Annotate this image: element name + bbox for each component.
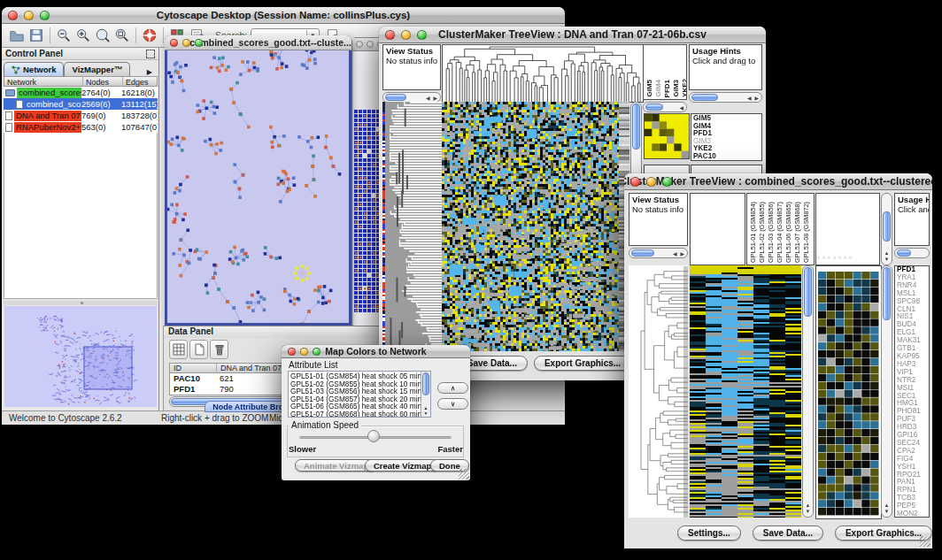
tab-network[interactable]: Network [4, 62, 64, 76]
scrollbar-thumb[interactable] [385, 94, 406, 101]
global-heatmap[interactable] [690, 265, 801, 518]
cytoscape-titlebar[interactable]: Cytoscape Desktop (Session Name: collins… [2, 7, 565, 24]
tab-vizmapper[interactable]: VizMapper™ [64, 62, 130, 76]
create-vizmap-button[interactable]: Create Vizmap [365, 459, 440, 472]
column-label[interactable]: GPL51-02 (GSM855) [758, 202, 766, 263]
new-attribute-icon[interactable] [189, 340, 208, 359]
network-frame-titlebar[interactable]: combined_scores_good.txt--cluste... [165, 35, 351, 50]
gene-label[interactable]: MON2 [897, 510, 929, 518]
usage-hints-scrollbar[interactable] [894, 248, 930, 258]
save-data-button[interactable]: Save Data... [753, 525, 823, 541]
open-session-icon[interactable] [7, 26, 27, 45]
array-dendrogram[interactable] [442, 44, 644, 103]
column-label[interactable]: GPL51-01 (GSM854) [749, 202, 757, 263]
network-nodes: 769(0) [81, 110, 121, 121]
zoom-header-vscrollbar[interactable]: ▲▼ [881, 193, 892, 265]
close-icon[interactable] [356, 41, 363, 48]
network-edges: 107847(0) [121, 121, 158, 133]
network-overview-panel[interactable] [4, 306, 157, 407]
column-labels-scrollbar[interactable]: ◀ [643, 102, 687, 112]
heatmap-column-labels: GIM5GIM4PFD1GIM3YKE2PAC10 [643, 44, 687, 100]
gene-label[interactable]: PAC10 [693, 153, 761, 161]
dialog-titlebar[interactable]: Map Colors to Network [282, 345, 470, 358]
minimize-button[interactable] [24, 11, 34, 20]
scrollbar-thumb[interactable] [897, 249, 911, 257]
minimize-icon[interactable] [367, 41, 374, 48]
export-graphics-button[interactable]: Export Graphics... [534, 356, 631, 371]
scrollbar-thumb[interactable] [883, 211, 891, 242]
minimize-button[interactable] [300, 348, 308, 356]
attribute-item[interactable]: GPL51-07 (GSM868) heat shock 60 min [290, 410, 420, 418]
zoom-window-button[interactable] [40, 11, 50, 20]
minimize-icon[interactable] [182, 39, 190, 47]
column-label[interactable]: GPL51-06 (GSM865) [784, 202, 792, 263]
data-panel-toolbar [169, 340, 228, 359]
scrollbar-thumb[interactable] [645, 104, 663, 111]
zoom-heatmap-yellow[interactable] [644, 113, 690, 159]
network-list-empty-area[interactable] [4, 133, 158, 299]
close-icon[interactable] [170, 39, 178, 47]
network-row[interactable]: DNA and Tran 07769(0)183728(0) [4, 110, 158, 121]
column-label[interactable]: GPL51-08 (GSM872) [802, 202, 810, 263]
move-down-button[interactable]: ∨ [437, 398, 468, 410]
column-label[interactable]: GIM3 [672, 80, 680, 97]
network-name-cell: combined_sco [4, 98, 81, 110]
column-label[interactable]: GPL51-03 (GSM856) [767, 202, 775, 263]
export-graphics-button[interactable]: Export Graphics... [835, 525, 932, 541]
attribute-list[interactable]: GPL51-01 (GSM854) heat shock 05 minGPL51… [288, 371, 431, 418]
scrollbar-thumb[interactable] [631, 249, 654, 257]
network-row[interactable]: combined_sco2569(6)13112(15) [4, 98, 158, 110]
column-label[interactable]: GIM5 [645, 80, 653, 97]
view-status-scrollbar[interactable]: ◀ ▶ [629, 248, 688, 258]
move-up-button[interactable]: ∧ [437, 382, 468, 394]
zoom-fit-icon[interactable] [93, 26, 112, 45]
heatmap-vscrollbar[interactable]: ▲▼ [802, 265, 814, 518]
network-row[interactable]: combined_scores2764(0)16218(0) [4, 87, 158, 98]
column-label[interactable]: GPL51-07 (GSM868) [793, 202, 801, 263]
animation-speed-label: Animation Speed [289, 420, 361, 430]
zoom-out-icon[interactable] [54, 26, 73, 45]
delete-attribute-icon[interactable] [210, 340, 228, 359]
attribute-list-scrollbar[interactable]: ▲▼ [421, 372, 430, 417]
float-panel-icon[interactable] [146, 50, 155, 58]
network-view-canvas[interactable] [167, 50, 349, 323]
network-row[interactable]: RNAPuberNov2+563(0)107847(0) [4, 121, 158, 133]
close-button[interactable] [288, 348, 296, 356]
settings-button[interactable]: Settings... [677, 525, 741, 541]
save-session-icon[interactable] [27, 26, 46, 45]
resize-grip[interactable] [459, 469, 469, 479]
faster-label: Faster [437, 444, 463, 454]
zoom-vscrollbar[interactable]: ▲▼ [881, 265, 892, 518]
network-table: combined_scores2764(0)16218(0)combined_s… [4, 87, 158, 133]
view-status-panel: View Status No status info [629, 193, 688, 246]
column-label[interactable]: PFD1 [663, 80, 671, 97]
global-heatmap[interactable] [442, 102, 619, 351]
zoom-in-icon[interactable] [73, 26, 93, 45]
gene-dendrogram[interactable] [382, 102, 442, 351]
scrollbar-thumb[interactable] [632, 104, 640, 150]
network-nodes: 563(0) [81, 121, 121, 133]
column-label[interactable]: GIM4 [654, 80, 662, 97]
network-name: combined_sco [25, 99, 81, 110]
close-button[interactable] [8, 11, 18, 20]
tab-overflow-arrow[interactable]: ▶ [143, 68, 157, 76]
scrollbar-thumb[interactable] [804, 267, 812, 317]
gene-dendrogram[interactable] [629, 265, 688, 518]
zoom-window-button[interactable] [313, 348, 320, 356]
help-lifering-icon[interactable] [140, 26, 159, 45]
panel-divider[interactable] [4, 301, 158, 305]
scrollbar-thumb[interactable] [422, 372, 429, 395]
zoom-heatmap[interactable] [815, 265, 882, 519]
speed-slider-thumb[interactable] [367, 430, 380, 442]
scrollbar-thumb[interactable] [691, 94, 718, 101]
resize-grip[interactable] [920, 536, 930, 547]
zoom-selected-icon[interactable] [112, 26, 132, 45]
usage-hints-scrollbar[interactable]: ◀ ▶ [689, 92, 762, 103]
column-label[interactable]: GPL51-04 (GSM857) [776, 202, 784, 263]
scrollbar-thumb[interactable] [883, 267, 891, 320]
column-label[interactable]: YKE2 [681, 79, 687, 97]
col-id[interactable]: ID [170, 364, 216, 373]
attribute-table-icon[interactable] [169, 340, 188, 359]
row-id: PFD1 [174, 384, 195, 395]
maximize-icon[interactable] [195, 39, 203, 47]
